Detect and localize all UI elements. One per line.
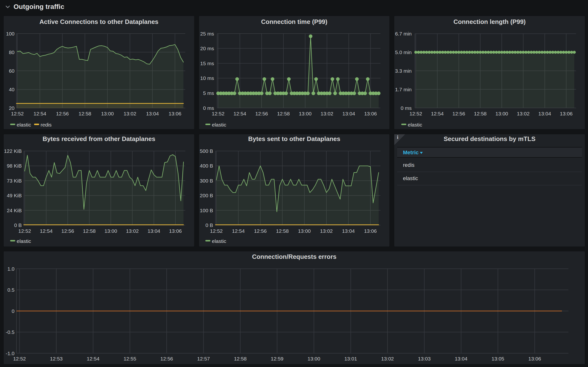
svg-text:12:52: 12:52 [210, 228, 223, 234]
svg-text:13:04: 13:04 [342, 111, 355, 116]
svg-text:12:52: 12:52 [13, 356, 26, 361]
svg-text:13:04: 13:04 [538, 111, 551, 116]
svg-text:12:56: 12:56 [452, 111, 465, 116]
svg-text:-0.5: -0.5 [6, 329, 15, 335]
svg-text:13:02: 13:02 [517, 111, 530, 116]
svg-text:Bytes received from other Data: Bytes received from other Dataplanes [43, 135, 155, 142]
svg-text:12:54: 12:54 [234, 111, 247, 116]
svg-text:13:06: 13:06 [528, 356, 541, 361]
svg-text:0 B: 0 B [205, 222, 213, 228]
svg-text:12:52: 12:52 [212, 111, 225, 116]
svg-text:73 KiB: 73 KiB [7, 178, 22, 184]
svg-text:12:54: 12:54 [40, 228, 53, 234]
svg-text:12:58: 12:58 [83, 228, 96, 234]
svg-text:24 KiB: 24 KiB [7, 208, 22, 213]
svg-text:0 ms: 0 ms [203, 105, 214, 111]
svg-text:13:01: 13:01 [344, 356, 357, 361]
svg-text:i: i [397, 134, 398, 140]
svg-text:elastic: elastic [403, 175, 418, 181]
svg-text:13:00: 13:00 [299, 111, 312, 116]
svg-text:Secured destinations by mTLS: Secured destinations by mTLS [444, 135, 536, 142]
svg-text:elastic: elastic [17, 238, 31, 244]
svg-text:13:00: 13:00 [307, 356, 320, 361]
svg-text:12:55: 12:55 [123, 356, 136, 361]
svg-text:10 ms: 10 ms [200, 75, 214, 81]
svg-text:20: 20 [9, 105, 15, 111]
svg-text:12:56: 12:56 [160, 356, 173, 361]
svg-text:300 B: 300 B [200, 178, 213, 184]
svg-text:0: 0 [12, 308, 15, 314]
svg-text:1.7 min: 1.7 min [395, 87, 412, 92]
svg-text:80: 80 [9, 50, 15, 55]
svg-text:49 KiB: 49 KiB [7, 193, 22, 198]
svg-text:12:52: 12:52 [11, 111, 24, 116]
svg-text:12:56: 12:56 [255, 111, 268, 116]
svg-text:12:58: 12:58 [474, 111, 487, 116]
svg-text:13:03: 13:03 [418, 356, 431, 361]
svg-text:12:57: 12:57 [197, 356, 210, 361]
svg-text:12:58: 12:58 [277, 111, 290, 116]
svg-text:Connection length (P99): Connection length (P99) [453, 18, 526, 25]
svg-text:12:53: 12:53 [50, 356, 63, 361]
svg-text:redis: redis [403, 162, 415, 168]
svg-text:200 B: 200 B [200, 193, 213, 198]
svg-text:5.0 min: 5.0 min [395, 50, 412, 55]
svg-text:0 B: 0 B [14, 222, 22, 228]
svg-text:13:06: 13:06 [364, 228, 377, 234]
svg-text:5 ms: 5 ms [203, 90, 214, 96]
svg-text:13:06: 13:06 [169, 228, 182, 234]
svg-text:13:00: 13:00 [104, 228, 117, 234]
svg-text:13:06: 13:06 [169, 111, 181, 116]
svg-text:13:02: 13:02 [126, 228, 139, 234]
svg-text:12:56: 12:56 [61, 228, 74, 234]
svg-text:elastic: elastic [17, 122, 31, 127]
svg-text:elastic: elastic [212, 238, 226, 244]
svg-text:122 KiB: 122 KiB [4, 148, 22, 154]
svg-text:12:54: 12:54 [34, 111, 46, 116]
svg-text:13:04: 13:04 [146, 111, 159, 116]
svg-text:Metric: Metric [403, 150, 419, 156]
svg-text:1.0: 1.0 [8, 266, 15, 272]
svg-text:13:02: 13:02 [381, 356, 394, 361]
svg-text:40: 40 [9, 87, 15, 92]
svg-text:12:56: 12:56 [254, 228, 267, 234]
svg-text:13:00: 13:00 [298, 228, 311, 234]
svg-text:12:54: 12:54 [232, 228, 245, 234]
svg-text:6.7 min: 6.7 min [395, 31, 412, 36]
svg-text:13:04: 13:04 [342, 228, 355, 234]
svg-text:98 KiB: 98 KiB [7, 163, 22, 168]
svg-text:elastic: elastic [212, 122, 226, 127]
svg-text:elastic: elastic [408, 122, 422, 127]
svg-text:13:02: 13:02 [321, 111, 333, 116]
svg-text:0.5: 0.5 [8, 287, 15, 293]
svg-text:25 ms: 25 ms [200, 31, 214, 36]
svg-text:12:56: 12:56 [56, 111, 69, 116]
svg-text:13:05: 13:05 [492, 356, 504, 361]
svg-text:13:00: 13:00 [495, 111, 508, 116]
svg-text:13:00: 13:00 [101, 111, 114, 116]
svg-text:12:58: 12:58 [78, 111, 91, 116]
svg-text:15 ms: 15 ms [200, 61, 214, 66]
svg-text:Outgoing traffic: Outgoing traffic [14, 3, 64, 10]
svg-text:12:54: 12:54 [431, 111, 444, 116]
svg-text:12:52: 12:52 [409, 111, 422, 116]
svg-text:20 ms: 20 ms [200, 46, 214, 51]
svg-text:12:54: 12:54 [87, 356, 100, 361]
svg-text:13:02: 13:02 [124, 111, 136, 116]
svg-text:redis: redis [41, 122, 52, 127]
svg-text:3.3 min: 3.3 min [395, 68, 412, 74]
svg-text:Active Connections to other Da: Active Connections to other Dataplanes [39, 18, 158, 25]
svg-text:12:58: 12:58 [234, 356, 247, 361]
svg-text:-1.0: -1.0 [6, 350, 15, 356]
svg-text:60: 60 [9, 68, 15, 74]
svg-text:13:02: 13:02 [320, 228, 333, 234]
svg-text:13:04: 13:04 [148, 228, 160, 234]
svg-text:100: 100 [6, 31, 15, 36]
svg-text:13:06: 13:06 [364, 111, 377, 116]
svg-text:Connection time (P99): Connection time (P99) [261, 18, 327, 25]
svg-text:12:52: 12:52 [18, 228, 31, 234]
svg-text:400 B: 400 B [200, 163, 213, 168]
svg-text:12:58: 12:58 [276, 228, 289, 234]
svg-text:12:59: 12:59 [271, 356, 284, 361]
svg-text:0 ms: 0 ms [401, 105, 412, 111]
